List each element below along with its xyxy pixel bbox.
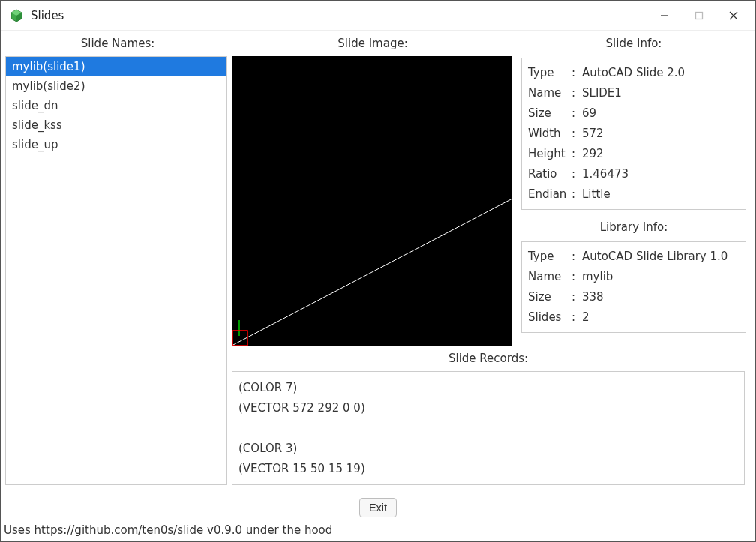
info-value: 572 (582, 124, 740, 144)
slide-list-item[interactable]: mylib(slide2) (6, 76, 226, 96)
record-line: (VECTOR 15 50 15 19) (238, 459, 738, 479)
info-column: Slide Info: Type:AutoCAD Slide 2.0Name:S… (521, 35, 746, 346)
info-row: Endian:Little (528, 184, 740, 205)
status-bar: Uses https://github.com/ten0s/slide v0.9… (1, 522, 755, 541)
slide-records-header: Slide Records: (230, 350, 746, 371)
info-value: 2 (582, 307, 740, 328)
info-key: Size (528, 103, 572, 124)
slide-records-box[interactable]: (COLOR 7)(VECTOR 572 292 0 0) (COLOR 3)(… (232, 371, 745, 485)
info-row: Slides:2 (528, 307, 740, 328)
slide-list-item[interactable]: slide_dn (6, 96, 226, 115)
info-key: Slides (528, 307, 572, 328)
info-row: Height:292 (528, 144, 740, 164)
info-row: Size:338 (528, 287, 740, 307)
colon: : (572, 63, 582, 83)
colon: : (572, 287, 582, 307)
info-row: Type:AutoCAD Slide Library 1.0 (528, 247, 740, 267)
info-key: Type (528, 63, 572, 83)
library-info-header: Library Info: (521, 217, 746, 240)
slide-names-header: Slide Names: (5, 35, 230, 56)
info-value: AutoCAD Slide Library 1.0 (582, 247, 740, 267)
svg-rect-9 (232, 331, 248, 346)
colon: : (572, 267, 582, 287)
info-key: Size (528, 287, 572, 307)
slide-names-list[interactable]: mylib(slide1)mylib(slide2)slide_dnslide_… (5, 56, 227, 485)
info-row: Width:572 (528, 124, 740, 144)
record-line: (COLOR 3) (238, 439, 738, 459)
colon: : (572, 124, 582, 144)
info-key: Width (528, 124, 572, 144)
exit-button[interactable]: Exit (359, 498, 397, 517)
footer: Exit Uses https://github.com/ten0s/slide… (1, 490, 755, 541)
library-info-box: Type:AutoCAD Slide Library 1.0Name:mylib… (521, 241, 746, 333)
info-value: 69 (582, 103, 740, 124)
info-value: Little (582, 184, 740, 205)
info-value: AutoCAD Slide 2.0 (582, 63, 740, 83)
info-key: Type (528, 247, 572, 267)
info-row: Size:69 (528, 103, 740, 124)
info-row: Name:mylib (528, 267, 740, 287)
record-line: (COLOR 7) (238, 378, 738, 398)
colon: : (572, 164, 582, 184)
slide-list-item[interactable]: mylib(slide1) (6, 57, 226, 76)
record-line (238, 418, 738, 439)
info-key: Height (528, 144, 572, 164)
colon: : (572, 184, 582, 205)
window-title: Slides (31, 9, 64, 22)
colon: : (572, 307, 582, 328)
slide-names-panel: Slide Names: mylib(slide1)mylib(slide2)s… (5, 35, 230, 485)
info-row: Name:SLIDE1 (528, 83, 740, 103)
maximize-button[interactable] (682, 4, 716, 27)
colon: : (572, 83, 582, 103)
slide-records-panel: Slide Records: (COLOR 7)(VECTOR 572 292 … (230, 350, 746, 485)
info-value: SLIDE1 (582, 83, 740, 103)
svg-line-7 (232, 199, 512, 346)
info-key: Name (528, 267, 572, 287)
slide-image-panel: Slide Image: (230, 35, 515, 346)
slide-info-header: Slide Info: (521, 35, 746, 56)
app-icon (8, 7, 25, 24)
slide-list-item[interactable]: slide_up (6, 135, 226, 154)
titlebar: Slides (1, 1, 755, 31)
info-value: mylib (582, 267, 740, 287)
colon: : (572, 144, 582, 164)
info-value: 1.46473 (582, 164, 740, 184)
info-key: Name (528, 83, 572, 103)
info-row: Type:AutoCAD Slide 2.0 (528, 63, 740, 83)
close-button[interactable] (716, 4, 751, 27)
minimize-button[interactable] (647, 4, 682, 27)
slide-list-item[interactable]: slide_kss (6, 115, 226, 135)
record-line: (VECTOR 572 292 0 0) (238, 398, 738, 418)
svg-rect-4 (696, 12, 703, 19)
slide-image-header: Slide Image: (230, 35, 515, 56)
info-value: 338 (582, 287, 740, 307)
info-value: 292 (582, 144, 740, 164)
info-row: Ratio:1.46473 (528, 164, 740, 184)
right-panel: Slide Image: Slide Info: Type:AutoCAD Sl… (230, 35, 746, 485)
colon: : (572, 103, 582, 124)
slide-image-canvas (232, 56, 512, 346)
slide-info-box: Type:AutoCAD Slide 2.0Name:SLIDE1Size:69… (521, 58, 746, 210)
colon: : (572, 247, 582, 267)
info-key: Ratio (528, 164, 572, 184)
record-line: (COLOR 1) (238, 479, 738, 485)
info-key: Endian (528, 184, 572, 205)
